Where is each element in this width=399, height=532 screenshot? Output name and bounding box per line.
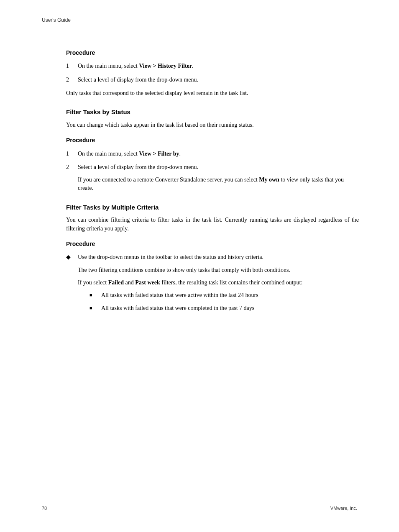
step-2: 2 Select a level of display from the dro… [66,76,359,84]
bullet-body: Use the drop-down menus in the toolbar t… [78,253,359,316]
step-1: 1 On the main menu, select View > Filter… [66,150,359,158]
result-text: Only tasks that correspond to the select… [66,89,359,97]
sub-bullet-item: ■ All tasks with failed status that were… [90,291,359,299]
step-2: 2 Select a level of display from the dro… [66,163,359,193]
step-number: 1 [66,150,78,158]
step-text: Select a level of display from the drop-… [78,76,359,84]
page-footer: 78 VMware, Inc. [42,505,357,512]
step-note: If you are connected to a remote Convert… [78,176,359,193]
square-bullet-icon: ■ [90,304,101,312]
step-text: On the main menu, select View > Filter b… [78,150,359,158]
section-intro: You can change which tasks appear in the… [66,121,359,129]
procedure-steps: 1 On the main menu, select View > Histor… [66,62,359,84]
step-number: 2 [66,76,78,84]
page-content: Procedure 1 On the main menu, select Vie… [66,42,359,321]
section-intro: You can combine filtering criteria to fi… [66,216,359,233]
step-1: 1 On the main menu, select View > Histor… [66,62,359,70]
sub-bullet-item: ■ All tasks with failed status that were… [90,304,359,312]
section-heading-status: Filter Tasks by Status [66,107,359,117]
sub-bullet-list: ■ All tasks with failed status that were… [90,291,359,312]
procedure-label: Procedure [66,240,359,248]
bullet-subtext: If you select Failed and Past week filte… [78,279,359,287]
page-header: User's Guide [42,17,71,24]
diamond-bullet-icon: ◆ [66,253,78,316]
procedure-label: Procedure [66,49,359,57]
procedure-label: Procedure [66,136,359,144]
step-text: Select a level of display from the drop-… [78,163,359,193]
procedure-steps: 1 On the main menu, select View > Filter… [66,150,359,193]
bullet-item: ◆ Use the drop-down menus in the toolbar… [66,253,359,316]
bullet-subtext: The two filtering conditions combine to … [78,266,359,274]
section-heading-multiple: Filter Tasks by Multiple Criteria [66,203,359,212]
square-bullet-icon: ■ [90,291,101,299]
step-number: 1 [66,62,78,70]
step-text: On the main menu, select View > History … [78,62,359,70]
step-number: 2 [66,163,78,193]
company-name: VMware, Inc. [330,505,357,512]
page-number: 78 [42,505,47,512]
